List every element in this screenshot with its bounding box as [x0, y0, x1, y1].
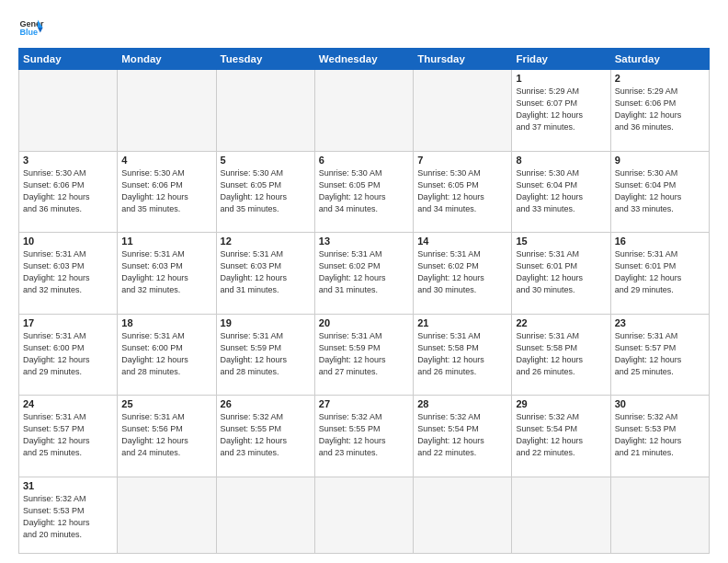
col-header-thursday: Thursday — [414, 49, 512, 70]
day-info: Sunrise: 5:31 AMSunset: 6:00 PMDaylight:… — [121, 330, 211, 378]
calendar-cell: 16Sunrise: 5:31 AMSunset: 6:01 PMDayligh… — [610, 233, 709, 315]
day-info: Sunrise: 5:31 AMSunset: 5:57 PMDaylight:… — [615, 330, 705, 378]
calendar-cell: 29Sunrise: 5:32 AMSunset: 5:54 PMDayligh… — [512, 396, 610, 477]
day-number: 26 — [221, 398, 311, 409]
day-number: 23 — [615, 317, 705, 328]
calendar-cell: 22Sunrise: 5:31 AMSunset: 5:58 PMDayligh… — [512, 314, 610, 396]
day-info: Sunrise: 5:30 AMSunset: 6:06 PMDaylight:… — [23, 167, 113, 215]
day-number: 13 — [319, 236, 409, 247]
day-info: Sunrise: 5:30 AMSunset: 6:05 PMDaylight:… — [319, 167, 409, 215]
calendar-cell: 12Sunrise: 5:31 AMSunset: 6:03 PMDayligh… — [216, 233, 314, 315]
calendar-cell: 9Sunrise: 5:30 AMSunset: 6:04 PMDaylight… — [610, 151, 709, 233]
calendar-cell — [216, 477, 314, 553]
day-number: 30 — [615, 398, 705, 409]
calendar-cell: 25Sunrise: 5:31 AMSunset: 5:56 PMDayligh… — [118, 396, 216, 477]
day-info: Sunrise: 5:30 AMSunset: 6:05 PMDaylight:… — [221, 167, 311, 215]
day-number: 2 — [615, 73, 705, 84]
day-info: Sunrise: 5:32 AMSunset: 5:53 PMDaylight:… — [615, 411, 705, 459]
calendar-cell — [19, 70, 118, 152]
col-header-sunday: Sunday — [19, 49, 118, 70]
calendar-cell: 15Sunrise: 5:31 AMSunset: 6:01 PMDayligh… — [512, 233, 610, 315]
day-info: Sunrise: 5:31 AMSunset: 6:02 PMDaylight:… — [417, 248, 507, 296]
day-info: Sunrise: 5:31 AMSunset: 6:01 PMDaylight:… — [516, 248, 606, 296]
day-info: Sunrise: 5:32 AMSunset: 5:54 PMDaylight:… — [417, 411, 507, 459]
day-info: Sunrise: 5:32 AMSunset: 5:53 PMDaylight:… — [23, 493, 113, 541]
svg-text:Blue: Blue — [19, 28, 38, 37]
calendar-cell: 21Sunrise: 5:31 AMSunset: 5:58 PMDayligh… — [414, 314, 512, 396]
day-info: Sunrise: 5:31 AMSunset: 6:03 PMDaylight:… — [23, 248, 113, 296]
calendar-cell: 5Sunrise: 5:30 AMSunset: 6:05 PMDaylight… — [216, 151, 314, 233]
day-number: 6 — [319, 155, 409, 166]
day-number: 10 — [23, 236, 113, 247]
day-info: Sunrise: 5:32 AMSunset: 5:55 PMDaylight:… — [319, 411, 409, 459]
calendar-cell: 14Sunrise: 5:31 AMSunset: 6:02 PMDayligh… — [414, 233, 512, 315]
day-info: Sunrise: 5:31 AMSunset: 5:58 PMDaylight:… — [516, 330, 606, 378]
day-info: Sunrise: 5:30 AMSunset: 6:04 PMDaylight:… — [516, 167, 606, 215]
day-number: 18 — [121, 317, 211, 328]
col-header-monday: Monday — [118, 49, 216, 70]
header: General Blue — [18, 15, 710, 40]
calendar-cell: 26Sunrise: 5:32 AMSunset: 5:55 PMDayligh… — [216, 396, 314, 477]
calendar-cell: 30Sunrise: 5:32 AMSunset: 5:53 PMDayligh… — [610, 396, 709, 477]
col-header-tuesday: Tuesday — [216, 49, 314, 70]
day-number: 22 — [516, 317, 606, 328]
calendar-cell — [314, 70, 413, 152]
day-number: 7 — [417, 155, 507, 166]
calendar-cell: 31Sunrise: 5:32 AMSunset: 5:53 PMDayligh… — [19, 477, 118, 553]
calendar-cell: 8Sunrise: 5:30 AMSunset: 6:04 PMDaylight… — [512, 151, 610, 233]
calendar-cell: 3Sunrise: 5:30 AMSunset: 6:06 PMDaylight… — [19, 151, 118, 233]
svg-marker-3 — [38, 28, 43, 33]
day-number: 4 — [121, 155, 211, 166]
calendar-cell — [512, 477, 610, 553]
calendar-cell — [414, 477, 512, 553]
day-info: Sunrise: 5:31 AMSunset: 5:59 PMDaylight:… — [319, 330, 409, 378]
day-info: Sunrise: 5:31 AMSunset: 6:01 PMDaylight:… — [615, 248, 705, 296]
day-info: Sunrise: 5:29 AMSunset: 6:07 PMDaylight:… — [516, 86, 606, 133]
col-header-saturday: Saturday — [610, 49, 709, 70]
day-info: Sunrise: 5:31 AMSunset: 6:03 PMDaylight:… — [121, 248, 211, 296]
day-info: Sunrise: 5:31 AMSunset: 5:57 PMDaylight:… — [23, 411, 113, 459]
calendar-cell: 20Sunrise: 5:31 AMSunset: 5:59 PMDayligh… — [314, 314, 413, 396]
col-header-wednesday: Wednesday — [314, 49, 413, 70]
calendar-cell: 2Sunrise: 5:29 AMSunset: 6:06 PMDaylight… — [610, 70, 709, 152]
day-number: 1 — [516, 73, 606, 84]
day-info: Sunrise: 5:30 AMSunset: 6:04 PMDaylight:… — [615, 167, 705, 215]
page: General Blue SundayMondayTuesdayWednesda… — [0, 0, 728, 563]
calendar-cell: 1Sunrise: 5:29 AMSunset: 6:07 PMDaylight… — [512, 70, 610, 152]
calendar-cell — [216, 70, 314, 152]
day-number: 31 — [23, 480, 113, 491]
day-number: 19 — [221, 317, 311, 328]
day-number: 25 — [121, 398, 211, 409]
calendar-cell: 13Sunrise: 5:31 AMSunset: 6:02 PMDayligh… — [314, 233, 413, 315]
day-number: 28 — [417, 398, 507, 409]
day-number: 27 — [319, 398, 409, 409]
day-number: 20 — [319, 317, 409, 328]
calendar-cell: 28Sunrise: 5:32 AMSunset: 5:54 PMDayligh… — [414, 396, 512, 477]
day-info: Sunrise: 5:30 AMSunset: 6:05 PMDaylight:… — [417, 167, 507, 215]
calendar-cell — [118, 70, 216, 152]
day-info: Sunrise: 5:31 AMSunset: 5:58 PMDaylight:… — [417, 330, 507, 378]
day-number: 8 — [516, 155, 606, 166]
col-header-friday: Friday — [512, 49, 610, 70]
day-info: Sunrise: 5:30 AMSunset: 6:06 PMDaylight:… — [121, 167, 211, 215]
day-info: Sunrise: 5:32 AMSunset: 5:55 PMDaylight:… — [221, 411, 311, 459]
day-info: Sunrise: 5:31 AMSunset: 5:56 PMDaylight:… — [121, 411, 211, 459]
day-info: Sunrise: 5:29 AMSunset: 6:06 PMDaylight:… — [615, 86, 705, 133]
logo-icon: General Blue — [18, 15, 44, 40]
logo: General Blue — [18, 15, 44, 40]
calendar-cell — [314, 477, 413, 553]
calendar-cell: 7Sunrise: 5:30 AMSunset: 6:05 PMDaylight… — [414, 151, 512, 233]
day-number: 24 — [23, 398, 113, 409]
calendar-cell — [610, 477, 709, 553]
day-info: Sunrise: 5:32 AMSunset: 5:54 PMDaylight:… — [516, 411, 606, 459]
calendar-cell — [118, 477, 216, 553]
day-info: Sunrise: 5:31 AMSunset: 6:03 PMDaylight:… — [221, 248, 311, 296]
day-number: 15 — [516, 236, 606, 247]
calendar-cell: 10Sunrise: 5:31 AMSunset: 6:03 PMDayligh… — [19, 233, 118, 315]
calendar-table: SundayMondayTuesdayWednesdayThursdayFrid… — [18, 48, 710, 554]
day-number: 14 — [417, 236, 507, 247]
day-info: Sunrise: 5:31 AMSunset: 6:02 PMDaylight:… — [319, 248, 409, 296]
day-number: 9 — [615, 155, 705, 166]
day-number: 3 — [23, 155, 113, 166]
day-number: 29 — [516, 398, 606, 409]
